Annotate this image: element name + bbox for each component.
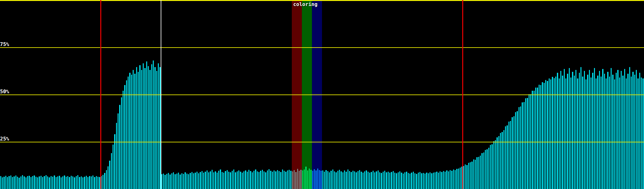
text-layer: coloring 75%50%25%: [0, 0, 644, 189]
y-axis-label-50: 50%: [0, 89, 9, 94]
y-axis-label-25: 25%: [0, 136, 9, 142]
histogram-chart: coloring 75%50%25%: [0, 0, 644, 189]
coloring-label: coloring: [293, 1, 317, 7]
y-axis-label-75: 75%: [0, 42, 9, 47]
